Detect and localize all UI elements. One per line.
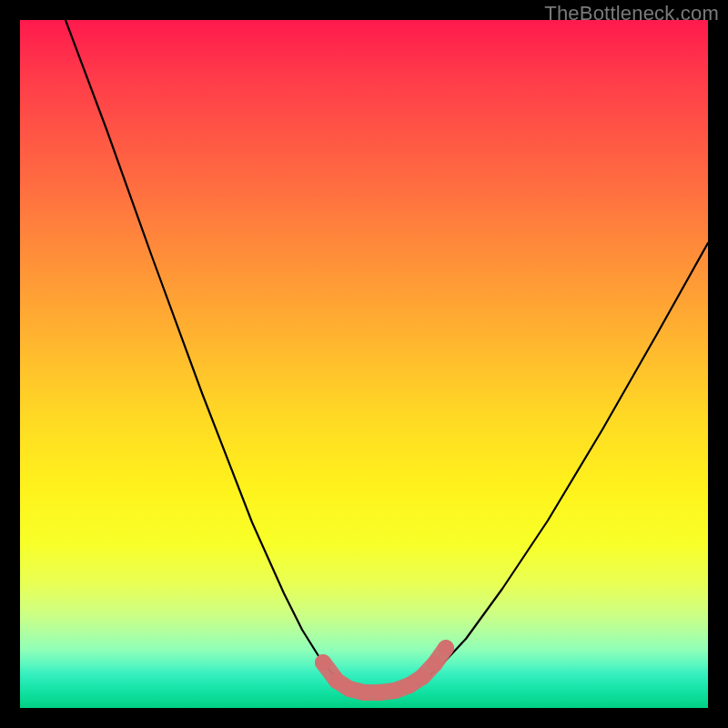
- curve-svg: [20, 20, 708, 708]
- valley-dot: [315, 654, 331, 671]
- dots-group: [315, 640, 454, 701]
- valley-dot: [356, 684, 372, 701]
- valley-dot: [414, 669, 430, 685]
- valley-dot: [371, 684, 388, 701]
- watermark-text: TheBottleneck.com: [544, 2, 719, 25]
- valley-dot: [427, 655, 443, 672]
- bottleneck-curve-path: [66, 20, 708, 692]
- outer-frame: TheBottleneck.com: [0, 0, 728, 728]
- valley-dot: [387, 682, 403, 699]
- valley-dot: [438, 640, 454, 656]
- curve-group: [66, 20, 708, 692]
- valley-dot: [341, 681, 358, 697]
- plot-area: [20, 20, 708, 708]
